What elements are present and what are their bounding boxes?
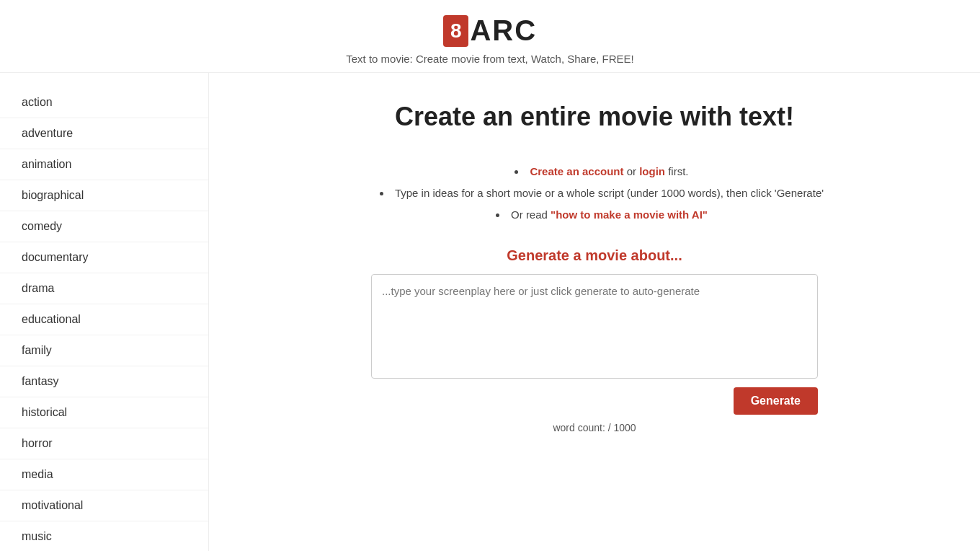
instruction-item-2: Type in ideas for a short movie or a who… (349, 182, 854, 204)
instruction-3-pre: Or read (511, 208, 551, 221)
instruction-item-3: Or read "how to make a movie with AI" (349, 204, 854, 226)
screenplay-textarea[interactable] (371, 274, 818, 379)
sidebar: action adventure animation biographical … (0, 73, 209, 551)
sidebar-item-motivational[interactable]: motivational (0, 490, 208, 521)
create-account-link[interactable]: Create an account (530, 165, 623, 177)
sidebar-item-comedy[interactable]: comedy (0, 211, 208, 242)
sidebar-item-educational[interactable]: educational (0, 304, 208, 335)
how-to-link[interactable]: "how to make a movie with AI" (551, 208, 708, 221)
sidebar-item-horror[interactable]: horror (0, 428, 208, 459)
sidebar-item-biographical[interactable]: biographical (0, 180, 208, 211)
word-count: word count: / 1000 (553, 422, 636, 433)
instruction-1-mid: or (627, 165, 640, 177)
sidebar-item-animation[interactable]: animation (0, 149, 208, 180)
login-link[interactable]: login (639, 165, 665, 177)
logo-eight: 8 (443, 15, 469, 47)
sidebar-item-music[interactable]: music (0, 521, 208, 551)
logo-arc: ARC (470, 14, 537, 47)
main-content: Create an entire movie with text! Create… (209, 73, 980, 551)
generate-movie-label: Generate a movie about... (507, 247, 682, 264)
instructions-list: Create an account or login first. Type i… (335, 161, 854, 226)
sidebar-item-fantasy[interactable]: fantasy (0, 366, 208, 397)
page-title: Create an entire movie with text! (395, 102, 794, 132)
generate-button[interactable]: Generate (734, 387, 818, 415)
sidebar-item-family[interactable]: family (0, 335, 208, 366)
sidebar-item-media[interactable]: media (0, 459, 208, 490)
instruction-1-post: first. (668, 165, 688, 177)
sidebar-item-historical[interactable]: historical (0, 397, 208, 428)
sidebar-item-drama[interactable]: drama (0, 273, 208, 304)
instruction-item-1: Create an account or login first. (349, 161, 854, 182)
sidebar-item-adventure[interactable]: adventure (0, 118, 208, 149)
sidebar-item-documentary[interactable]: documentary (0, 242, 208, 273)
sidebar-item-action[interactable]: action (0, 87, 208, 118)
main-layout: action adventure animation biographical … (0, 73, 980, 551)
logo: 8 ARC (443, 14, 537, 47)
textarea-wrapper (371, 274, 818, 382)
tagline: Text to movie: Create movie from text, W… (346, 53, 634, 65)
bottom-row: Generate (371, 387, 818, 415)
page-header: 8 ARC Text to movie: Create movie from t… (0, 0, 980, 73)
